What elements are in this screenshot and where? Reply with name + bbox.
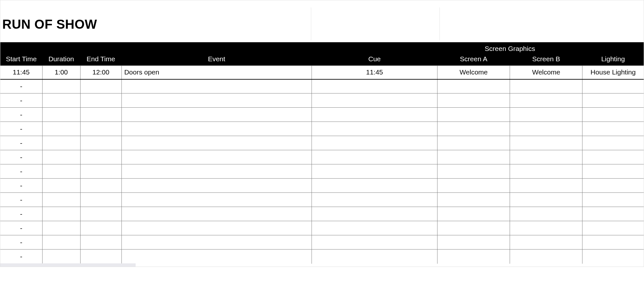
cell-event[interactable]: [121, 93, 312, 108]
cell-event[interactable]: [121, 136, 312, 150]
cell-lighting[interactable]: [582, 136, 644, 150]
cell-start-time[interactable]: -: [0, 193, 42, 207]
cell-screen-a[interactable]: [437, 179, 510, 193]
cell-lighting[interactable]: [582, 221, 644, 235]
cell-cue[interactable]: [312, 136, 437, 150]
cell-event[interactable]: [121, 235, 312, 250]
cell-end-time[interactable]: 12:00: [80, 66, 121, 79]
cell-end-time[interactable]: [80, 79, 121, 93]
cell-screen-b[interactable]: [510, 193, 582, 207]
cell-cue[interactable]: [312, 193, 437, 207]
cell-screen-a[interactable]: [437, 235, 510, 250]
cell-event[interactable]: [121, 122, 312, 136]
table-row[interactable]: -: [0, 221, 644, 235]
cell-screen-a[interactable]: [437, 207, 510, 221]
cell-cue[interactable]: 11:45: [312, 66, 437, 79]
cell-end-time[interactable]: [80, 221, 121, 235]
cell-duration[interactable]: [42, 79, 80, 93]
cell-screen-a[interactable]: [437, 108, 510, 122]
cell-lighting[interactable]: [582, 79, 644, 93]
cell-screen-b[interactable]: [510, 221, 582, 235]
cell-cue[interactable]: [312, 235, 437, 250]
table-row[interactable]: -: [0, 207, 644, 221]
cell-cue[interactable]: [312, 207, 437, 221]
cell-screen-b[interactable]: [510, 207, 582, 221]
cell-screen-a[interactable]: [437, 122, 510, 136]
cell-screen-b[interactable]: [510, 150, 582, 164]
cell-start-time[interactable]: -: [0, 122, 42, 136]
cell-cue[interactable]: [312, 221, 437, 235]
cell-event[interactable]: [121, 79, 312, 93]
cell-cue[interactable]: [312, 108, 437, 122]
cell-lighting[interactable]: [582, 235, 644, 250]
cell-cue[interactable]: [312, 179, 437, 193]
cell-screen-a[interactable]: Welcome: [437, 66, 510, 79]
table-row[interactable]: -: [0, 79, 644, 93]
cell-cue[interactable]: [312, 93, 437, 108]
cell-duration[interactable]: [42, 108, 80, 122]
cell-lighting[interactable]: [582, 150, 644, 164]
cell-event[interactable]: [121, 207, 312, 221]
cell-lighting[interactable]: [582, 179, 644, 193]
cell-screen-b[interactable]: [510, 122, 582, 136]
cell-screen-a[interactable]: [437, 93, 510, 108]
cell-duration[interactable]: [42, 235, 80, 250]
table-row[interactable]: -: [0, 179, 644, 193]
cell-screen-a[interactable]: [437, 150, 510, 164]
cell-duration[interactable]: [42, 250, 80, 264]
table-row[interactable]: -: [0, 235, 644, 250]
cell-event[interactable]: [121, 193, 312, 207]
cell-end-time[interactable]: [80, 207, 121, 221]
table-row[interactable]: 11:451:0012:00Doors open11:45WelcomeWelc…: [0, 66, 644, 79]
cell-lighting[interactable]: [582, 207, 644, 221]
cell-end-time[interactable]: [80, 193, 121, 207]
cell-end-time[interactable]: [80, 136, 121, 150]
cell-event[interactable]: [121, 150, 312, 164]
cell-lighting[interactable]: House Lighting: [582, 66, 644, 79]
cell-end-time[interactable]: [80, 150, 121, 164]
cell-event[interactable]: [121, 250, 312, 264]
cell-end-time[interactable]: [80, 164, 121, 179]
cell-lighting[interactable]: [582, 108, 644, 122]
cell-end-time[interactable]: [80, 179, 121, 193]
cell-duration[interactable]: [42, 122, 80, 136]
cell-duration[interactable]: [42, 221, 80, 235]
cell-event[interactable]: [121, 164, 312, 179]
cell-duration[interactable]: [42, 136, 80, 150]
table-row[interactable]: -: [0, 250, 644, 264]
cell-start-time[interactable]: -: [0, 136, 42, 150]
table-row[interactable]: -: [0, 122, 644, 136]
cell-end-time[interactable]: [80, 93, 121, 108]
table-row[interactable]: -: [0, 164, 644, 179]
cell-duration[interactable]: [42, 179, 80, 193]
cell-end-time[interactable]: [80, 235, 121, 250]
table-row[interactable]: -: [0, 93, 644, 108]
cell-event[interactable]: [121, 221, 312, 235]
cell-cue[interactable]: [312, 122, 437, 136]
cell-start-time[interactable]: -: [0, 235, 42, 250]
cell-lighting[interactable]: [582, 193, 644, 207]
cell-cue[interactable]: [312, 164, 437, 179]
cell-cue[interactable]: [312, 250, 437, 264]
cell-screen-b[interactable]: [510, 164, 582, 179]
cell-lighting[interactable]: [582, 93, 644, 108]
cell-duration[interactable]: [42, 193, 80, 207]
cell-event[interactable]: Doors open: [121, 66, 312, 79]
cell-start-time[interactable]: -: [0, 250, 42, 264]
cell-duration[interactable]: 1:00: [42, 66, 80, 79]
cell-screen-a[interactable]: [437, 164, 510, 179]
cell-end-time[interactable]: [80, 250, 121, 264]
cell-start-time[interactable]: 11:45: [0, 66, 42, 79]
cell-lighting[interactable]: [582, 122, 644, 136]
cell-screen-a[interactable]: [437, 250, 510, 264]
cell-end-time[interactable]: [80, 122, 121, 136]
cell-screen-a[interactable]: [437, 79, 510, 93]
cell-duration[interactable]: [42, 207, 80, 221]
cell-screen-b[interactable]: [510, 179, 582, 193]
cell-start-time[interactable]: -: [0, 179, 42, 193]
cell-end-time[interactable]: [80, 108, 121, 122]
cell-screen-b[interactable]: [510, 108, 582, 122]
table-row[interactable]: -: [0, 108, 644, 122]
cell-start-time[interactable]: -: [0, 207, 42, 221]
cell-lighting[interactable]: [582, 250, 644, 264]
